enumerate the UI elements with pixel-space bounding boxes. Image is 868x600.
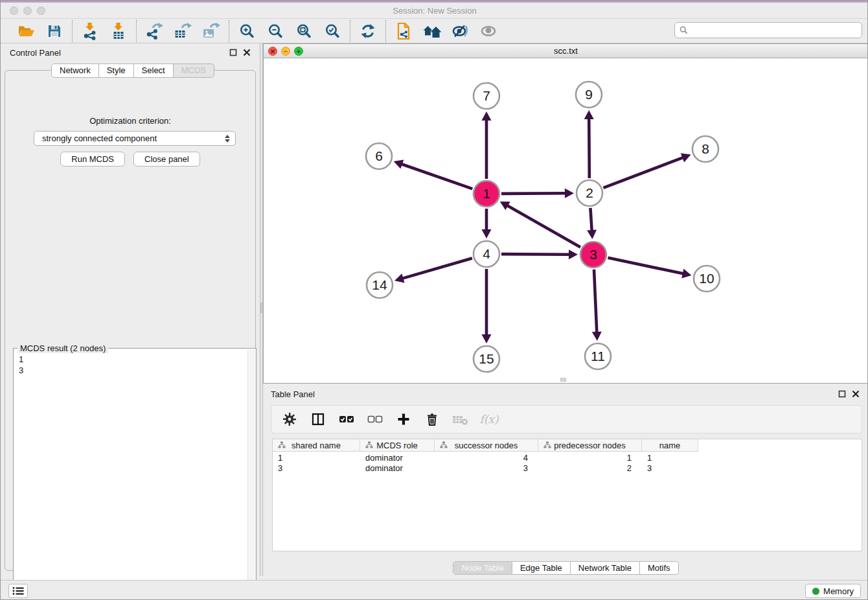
- table-settings-button[interactable]: [280, 410, 299, 428]
- column-header-MCDS-role[interactable]: MCDS role: [360, 439, 435, 452]
- import-table-button[interactable]: [108, 21, 129, 41]
- graph-edge-1-7[interactable]: [482, 111, 492, 179]
- result-scrollbar[interactable]: [247, 349, 256, 594]
- import-network-button[interactable]: [80, 21, 100, 41]
- table-header-row: shared nameMCDS rolesuccessor nodesprede…: [273, 439, 698, 452]
- graph-edge-4-3[interactable]: [501, 249, 578, 259]
- table-cell[interactable]: 1: [273, 453, 360, 463]
- tab-style[interactable]: Style: [99, 63, 134, 78]
- close-panel-icon[interactable]: [243, 49, 251, 56]
- tab-select[interactable]: Select: [134, 63, 174, 78]
- column-header-name[interactable]: name: [642, 439, 698, 452]
- network-graph: 7968124314101511: [264, 58, 868, 383]
- show-panel-button[interactable]: [479, 21, 499, 41]
- column-header-label: MCDS role: [376, 441, 418, 450]
- graph-edge-4-15[interactable]: [482, 269, 492, 343]
- graph-node-7[interactable]: 7: [474, 83, 499, 109]
- canvas-scroll-handle[interactable]: [560, 378, 566, 382]
- run-mcds-button[interactable]: Run MCDS: [60, 152, 125, 167]
- save-session-button[interactable]: [44, 21, 65, 41]
- open-folder-button[interactable]: [16, 21, 36, 41]
- graph-edge-3-1[interactable]: [500, 202, 580, 248]
- table-cell[interactable]: 2: [538, 463, 642, 474]
- zoom-selected-button[interactable]: [322, 21, 343, 41]
- export-image-button[interactable]: [201, 21, 222, 41]
- export-network-button[interactable]: [144, 21, 165, 41]
- graph-node-8[interactable]: 8: [692, 136, 718, 162]
- float-panel-icon[interactable]: [838, 390, 846, 398]
- copy-network-button[interactable]: [393, 21, 414, 41]
- home-layout-button[interactable]: [422, 21, 442, 41]
- hide-panel-button[interactable]: [450, 21, 471, 41]
- table-cell[interactable]: 3: [435, 463, 538, 474]
- column-layout-button[interactable]: [309, 410, 327, 428]
- open-folder-icon: [17, 23, 35, 39]
- graph-edge-1-6[interactable]: [394, 159, 473, 189]
- tab-edge-table[interactable]: Edge Table: [512, 561, 571, 575]
- zoom-fit-button[interactable]: [293, 21, 314, 41]
- zoom-selected-icon: [324, 23, 341, 40]
- table-cell[interactable]: 1: [538, 453, 642, 463]
- graph-edge-3-10[interactable]: [608, 258, 692, 279]
- tab-mcds[interactable]: MCDS: [174, 63, 214, 78]
- graph-node-14[interactable]: 14: [367, 272, 393, 298]
- tab-node-table[interactable]: Node Table: [453, 561, 512, 575]
- table-cell[interactable]: dominator: [360, 453, 435, 463]
- column-header-successor-nodes[interactable]: successor nodes: [435, 439, 538, 452]
- graph-node-6[interactable]: 6: [366, 143, 392, 169]
- close-panel-button[interactable]: Close panel: [133, 152, 200, 167]
- delete-table-button[interactable]: [451, 410, 470, 428]
- column-header-predecessor-nodes[interactable]: predecessor nodes: [538, 439, 642, 452]
- panel-list-button[interactable]: [8, 584, 28, 598]
- tab-motifs[interactable]: Motifs: [640, 561, 679, 575]
- app-title: Session: New Session: [1, 6, 868, 16]
- graph-edge-2-8[interactable]: [604, 153, 691, 187]
- export-table-button[interactable]: [172, 21, 193, 41]
- graph-node-10[interactable]: 10: [694, 266, 720, 292]
- table-row[interactable]: 1dominator411: [273, 453, 862, 463]
- delete-column-button[interactable]: [423, 410, 441, 428]
- close-panel-icon[interactable]: [852, 390, 860, 398]
- graph-node-3[interactable]: 3: [580, 242, 606, 268]
- delete-table-icon: [452, 412, 469, 426]
- zoom-in-button[interactable]: [236, 21, 257, 41]
- table-row[interactable]: 3dominator323: [273, 463, 862, 474]
- node-table: shared nameMCDS rolesuccessor nodesprede…: [272, 439, 862, 551]
- optimization-criterion-select[interactable]: strongly connected component: [34, 131, 236, 146]
- table-body: 1dominator4113dominator323: [273, 453, 862, 474]
- table-cell[interactable]: 1: [642, 453, 698, 463]
- graph-node-4[interactable]: 4: [474, 241, 499, 267]
- add-column-button[interactable]: [394, 410, 413, 428]
- table-cell[interactable]: 3: [642, 463, 698, 474]
- graph-edge-2-9[interactable]: [584, 110, 594, 178]
- table-cell[interactable]: dominator: [360, 463, 435, 474]
- memory-button[interactable]: Memory: [805, 584, 861, 598]
- refresh-view-button[interactable]: [358, 21, 378, 41]
- graph-edge-4-14[interactable]: [394, 258, 472, 283]
- graph-node-2[interactable]: 2: [577, 180, 602, 206]
- deselect-all-button[interactable]: [366, 410, 384, 428]
- graph-node-9[interactable]: 9: [576, 82, 602, 108]
- tab-network[interactable]: Network: [51, 63, 99, 78]
- graph-edge-1-4[interactable]: [482, 209, 492, 238]
- float-panel-icon[interactable]: [229, 49, 237, 56]
- graph-edge-2-3[interactable]: [587, 208, 597, 239]
- column-header-label: successor nodes: [455, 441, 518, 450]
- tab-network-table[interactable]: Network Table: [571, 561, 640, 575]
- function-builder-button[interactable]: f(x): [480, 410, 498, 428]
- search-input[interactable]: [691, 25, 857, 35]
- graph-node-15[interactable]: 15: [474, 346, 499, 372]
- export-image-icon: [202, 23, 220, 40]
- column-header-shared-name[interactable]: shared name: [273, 439, 360, 452]
- graph-edge-3-11[interactable]: [592, 270, 602, 341]
- mcds-result-text[interactable]: 1 3: [14, 350, 247, 595]
- network-canvas[interactable]: 7968124314101511: [264, 58, 868, 383]
- graph-node-11[interactable]: 11: [585, 343, 611, 369]
- table-cell[interactable]: 4: [435, 453, 538, 463]
- graph-edge-1-2[interactable]: [501, 189, 574, 198]
- table-cell[interactable]: 3: [273, 463, 360, 474]
- select-all-button[interactable]: [337, 410, 356, 428]
- zoom-out-button[interactable]: [265, 21, 286, 41]
- graph-node-1[interactable]: 1: [474, 181, 499, 207]
- control-panel: Control Panel Network Style Select MCDS …: [1, 43, 260, 576]
